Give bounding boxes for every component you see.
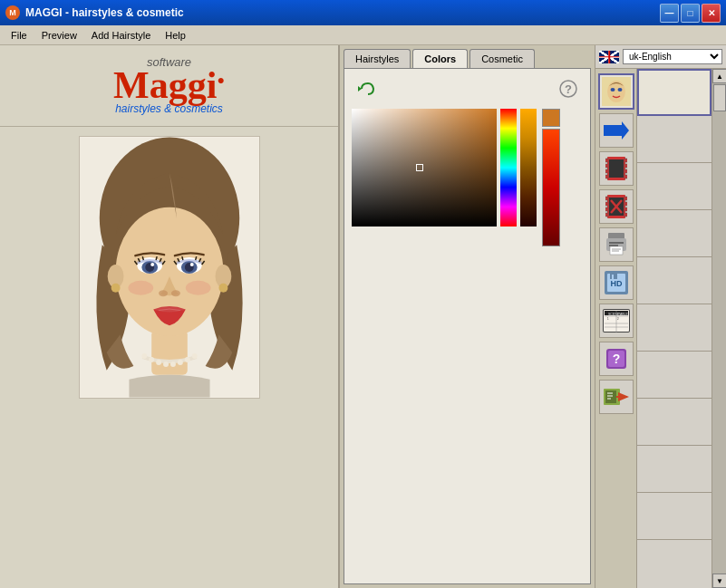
undo-arrow-icon (356, 79, 376, 99)
face-thumbnail-button[interactable] (598, 73, 634, 110)
svg-point-26 (184, 357, 189, 362)
svg-rect-69 (612, 275, 614, 279)
save-button[interactable]: HD (599, 265, 634, 300)
right-panel: uk-English de-German fr-French (595, 45, 726, 588)
svg-rect-87 (605, 390, 616, 403)
svg-point-21 (149, 357, 154, 362)
svg-point-24 (169, 361, 175, 367)
title-bar-buttons: — □ ✕ (660, 4, 721, 23)
thumbnail-item-6[interactable] (637, 352, 711, 399)
thumbnail-item-5[interactable] (637, 304, 711, 352)
help-button[interactable]: ? (556, 76, 581, 101)
tools-column: HD SCENE TABLE (595, 69, 636, 588)
scroll-down-button[interactable]: ▼ (712, 574, 726, 588)
thumbnail-item-9[interactable] (637, 493, 711, 540)
arrow-right-button[interactable] (599, 113, 634, 148)
scene-button[interactable]: SCENE TABLE 1 2 (599, 304, 634, 338)
svg-text:?: ? (565, 82, 572, 96)
left-panel: software Maggi● hairstyles & cosmetics (0, 45, 340, 588)
current-color-swatch (542, 109, 560, 127)
svg-point-27 (191, 353, 197, 359)
color-gradient-picker[interactable] (352, 109, 497, 227)
svg-rect-37 (609, 159, 624, 178)
maximize-button[interactable]: □ (681, 4, 700, 23)
tab-colors[interactable]: Colors (412, 49, 468, 68)
svg-point-32 (607, 81, 625, 102)
logo-area: software Maggi● hairstyles & cosmetics (0, 45, 338, 127)
svg-rect-50 (605, 207, 608, 211)
face-illustration (80, 137, 259, 398)
filmstrip-icon (605, 157, 627, 180)
tab-content: ? (344, 68, 591, 584)
hue-slider[interactable] (500, 109, 517, 227)
thumbnail-item-1[interactable] (637, 116, 711, 163)
color-swatches (542, 109, 560, 246)
print-button[interactable] (599, 227, 634, 262)
saturation-slider[interactable] (520, 109, 537, 227)
svg-rect-53 (624, 202, 627, 206)
svg-rect-51 (605, 213, 608, 217)
svg-point-23 (163, 361, 169, 367)
svg-rect-43 (624, 164, 627, 168)
thumbnail-item-8[interactable] (637, 446, 711, 493)
tab-hairstyles[interactable]: Hairstyles (344, 49, 411, 68)
thumbnail-item-3[interactable] (637, 210, 711, 257)
help-book-button[interactable]: ? (599, 342, 634, 376)
svg-rect-45 (624, 175, 627, 178)
svg-text:HD: HD (610, 279, 622, 288)
menu-add-hairstyle[interactable]: Add Hairstyle (84, 28, 158, 43)
printer-icon (605, 233, 628, 256)
tab-cosmetic[interactable]: Cosmetic (469, 49, 535, 68)
svg-rect-49 (605, 202, 608, 206)
svg-rect-44 (624, 169, 627, 173)
logo-brand-text: Maggi (113, 64, 217, 106)
svg-marker-35 (604, 121, 629, 140)
close-button[interactable]: ✕ (702, 4, 721, 23)
thumbnail-item-7[interactable] (637, 399, 711, 446)
svg-point-15 (189, 263, 193, 266)
filmstrip-cut-button[interactable] (599, 189, 634, 224)
svg-rect-55 (624, 213, 627, 217)
svg-rect-40 (605, 169, 608, 173)
svg-point-7 (218, 284, 227, 293)
help-icon: ? (558, 79, 578, 99)
exit-icon (604, 385, 629, 409)
svg-point-16 (159, 290, 168, 296)
title-bar-text: MAGGI - hairstyles & cosmetic (25, 6, 660, 19)
right-tools-area: HD SCENE TABLE (595, 69, 726, 588)
svg-rect-41 (605, 175, 608, 178)
small-swatches[interactable] (542, 129, 560, 246)
minimize-button[interactable]: — (660, 4, 679, 23)
svg-text:TABLE: TABLE (618, 313, 628, 316)
svg-point-17 (170, 290, 179, 296)
svg-rect-61 (609, 245, 618, 246)
scene-icon: SCENE TABLE 1 2 (603, 309, 630, 333)
language-dropdown[interactable]: uk-English de-German fr-French (623, 49, 722, 64)
logo-dot: ● (217, 73, 224, 87)
svg-point-33 (610, 88, 615, 92)
thumbnail-item-4[interactable] (637, 257, 711, 304)
logo-brand: Maggi● (113, 69, 225, 103)
svg-point-25 (177, 360, 182, 365)
preview-area (0, 127, 338, 588)
right-scrollbar: ▲ ▼ (711, 69, 726, 588)
undo-arrow-button[interactable] (353, 76, 379, 101)
menu-bar: File Preview Add Hairstyle Help (0, 25, 726, 45)
filmstrip-button[interactable] (599, 151, 634, 186)
scroll-track[interactable] (712, 83, 726, 574)
scroll-up-button[interactable]: ▲ (712, 69, 726, 83)
menu-preview[interactable]: Preview (34, 28, 84, 43)
face-thumbnail-icon (602, 77, 631, 106)
menu-file[interactable]: File (4, 28, 34, 43)
exit-button[interactable] (599, 380, 634, 414)
thumbnail-item-selected[interactable] (637, 69, 711, 116)
svg-rect-52 (624, 197, 627, 200)
thumbnail-item-2[interactable] (637, 163, 711, 210)
svg-point-20 (141, 353, 147, 359)
menu-help[interactable]: Help (158, 28, 193, 43)
svg-rect-38 (605, 159, 608, 162)
svg-point-22 (156, 360, 161, 365)
scroll-thumb[interactable] (713, 84, 726, 111)
svg-rect-48 (605, 197, 608, 200)
color-picker-area (352, 109, 583, 246)
